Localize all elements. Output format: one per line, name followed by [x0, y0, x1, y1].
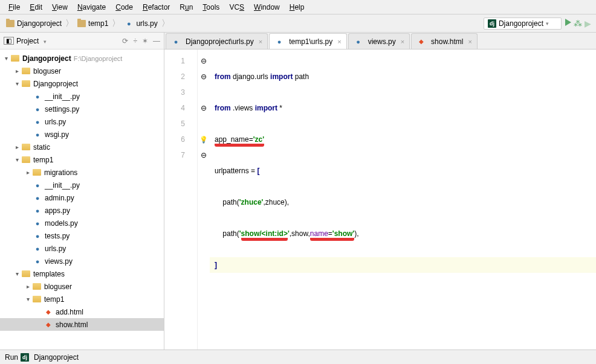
project-sidebar: ◧ Project ⟳ ÷ ✶ — ▾DjangoprojectF:\Djang… [0, 33, 164, 350]
menu-run[interactable]: Run [175, 3, 198, 11]
folder-icon [22, 156, 30, 163]
python-icon: ● [33, 257, 42, 266]
menu-edit[interactable]: Edit [25, 3, 47, 11]
tree-item[interactable]: ●settings.py [0, 103, 164, 115]
tree-item[interactable]: ▸bloguser [0, 65, 164, 77]
tree-item[interactable]: ▾templates [0, 267, 164, 280]
fold-icon[interactable]: ⊖ [198, 100, 210, 116]
menu-view[interactable]: View [47, 3, 73, 11]
tree-item[interactable]: ●wsgi.py [0, 128, 164, 141]
folder-icon [22, 68, 30, 74]
project-tab-icon: ◧ [4, 37, 14, 45]
folder-icon [22, 80, 30, 87]
python-icon: ● [354, 37, 363, 46]
python-icon: ● [33, 232, 42, 240]
tree-item[interactable]: ▾Djangoproject [0, 77, 164, 90]
fold-icon[interactable]: ⊖ [198, 69, 210, 85]
tab-temp1-urls[interactable]: ●temp1\urls.py× [269, 33, 346, 49]
close-icon[interactable]: × [337, 38, 341, 45]
status-project[interactable]: Djangoproject [34, 353, 79, 362]
tab-djangoproject-urls[interactable]: ●Djangoproject\urls.py× [166, 33, 268, 49]
fold-icon[interactable]: ⊖ [198, 53, 210, 69]
tree-item[interactable]: ◆add.html [0, 305, 164, 318]
run-tool-window[interactable]: Run [5, 353, 18, 362]
tree-item[interactable]: ●urls.py [0, 115, 164, 128]
python-icon: ● [33, 194, 42, 202]
menu-tools[interactable]: Tools [198, 3, 224, 11]
sidebar-header: ◧ Project ⟳ ÷ ✶ — [0, 33, 164, 49]
menu-navigate[interactable]: Navigate [73, 3, 111, 11]
code-content[interactable]: from django.urls import path from .views… [210, 49, 596, 350]
python-icon: ● [33, 206, 42, 215]
python-icon: ● [33, 244, 42, 253]
tree-item[interactable]: ▾temp1 [0, 293, 164, 305]
folder-icon [22, 144, 30, 150]
tree-root[interactable]: ▾DjangoprojectF:\Djangoproject [0, 52, 164, 65]
gear-icon[interactable]: ✶ [142, 37, 148, 45]
run-config-select[interactable]: djDjangoproject [484, 18, 562, 30]
intention-bulb-icon[interactable] [198, 132, 210, 147]
tree-item[interactable]: ▸static [0, 141, 164, 153]
gutter-marks: ⊖ ⊖ ⊖ ⊖ [198, 49, 210, 350]
hide-icon[interactable]: — [153, 37, 160, 45]
menu-vcs[interactable]: VCS [224, 3, 249, 11]
run-button[interactable] [565, 19, 571, 26]
html-icon: ◆ [44, 321, 53, 329]
close-icon[interactable]: × [401, 38, 404, 45]
tab-show-html[interactable]: ◆show.html× [411, 33, 478, 49]
python-icon: ● [33, 219, 42, 228]
editor-area: ●Djangoproject\urls.py× ●temp1\urls.py× … [164, 33, 596, 350]
project-tree[interactable]: ▾DjangoprojectF:\Djangoproject ▸bloguser… [0, 49, 164, 350]
view-mode-dropdown[interactable] [41, 37, 47, 45]
breadcrumb-root[interactable]: Djangoproject [4, 18, 64, 29]
chevron-icon: 〉 [112, 18, 120, 29]
tree-item[interactable]: ●views.py [0, 255, 164, 267]
statusbar: Run dj Djangoproject [0, 350, 596, 364]
sync-icon[interactable]: ⟳ [122, 37, 128, 45]
python-icon: ● [274, 37, 284, 46]
django-icon: dj [488, 19, 496, 28]
menubar: FFileile Edit View Navigate Code Refacto… [0, 0, 596, 14]
tree-item[interactable]: ●apps.py [0, 204, 164, 217]
tree-item[interactable]: ▸bloguser [0, 280, 164, 293]
fold-icon[interactable]: ⊖ [198, 147, 210, 163]
python-icon: ● [171, 37, 181, 46]
tree-item[interactable]: ▸migrations [0, 166, 164, 179]
folder-icon [33, 296, 41, 302]
django-icon: dj [21, 353, 29, 362]
chevron-icon: 〉 [65, 18, 74, 29]
coverage-button[interactable]: ▶ [585, 19, 591, 28]
tree-item[interactable]: ●admin.py [0, 191, 164, 204]
breadcrumb-file[interactable]: ●urls.py [121, 18, 160, 29]
breadcrumb: Djangoproject 〉 temp1 〉 ●urls.py 〉 [0, 18, 171, 29]
python-icon: ● [33, 118, 42, 126]
run-config-area: djDjangoproject ⁂ ▶ [484, 18, 596, 30]
main-area: ◧ Project ⟳ ÷ ✶ — ▾DjangoprojectF:\Djang… [0, 33, 596, 350]
tree-item[interactable]: ▾temp1 [0, 153, 164, 166]
folder-icon [11, 55, 19, 62]
debug-button[interactable]: ⁂ [574, 19, 582, 28]
python-icon: ● [33, 181, 42, 190]
tree-item[interactable]: ●__init__.py [0, 179, 164, 191]
breadcrumb-folder[interactable]: temp1 [75, 18, 111, 29]
collapse-icon[interactable]: ÷ [133, 37, 137, 45]
folder-icon [6, 20, 15, 27]
tree-item[interactable]: ●models.py [0, 217, 164, 229]
tree-item[interactable]: ●tests.py [0, 229, 164, 242]
tree-item[interactable]: ●__init__.py [0, 90, 164, 103]
close-icon[interactable]: × [259, 38, 262, 45]
menu-refactor[interactable]: Refactor [138, 3, 175, 11]
tree-item[interactable]: ●urls.py [0, 242, 164, 255]
tree-item-selected[interactable]: ◆show.html [0, 318, 164, 331]
menu-window[interactable]: Window [249, 3, 285, 11]
menu-file[interactable]: FFileile [4, 3, 25, 11]
menu-help[interactable]: Help [285, 3, 309, 11]
menu-code[interactable]: Code [111, 3, 138, 11]
sidebar-title[interactable]: Project [16, 37, 39, 45]
tab-views[interactable]: ●views.py× [348, 33, 410, 49]
editor-tabs: ●Djangoproject\urls.py× ●temp1\urls.py× … [164, 33, 596, 49]
python-icon: ● [33, 105, 42, 113]
close-icon[interactable]: × [468, 38, 471, 45]
code-editor[interactable]: 1234567 ⊖ ⊖ ⊖ ⊖ from django.urls import … [164, 49, 596, 350]
folder-icon [77, 20, 86, 27]
